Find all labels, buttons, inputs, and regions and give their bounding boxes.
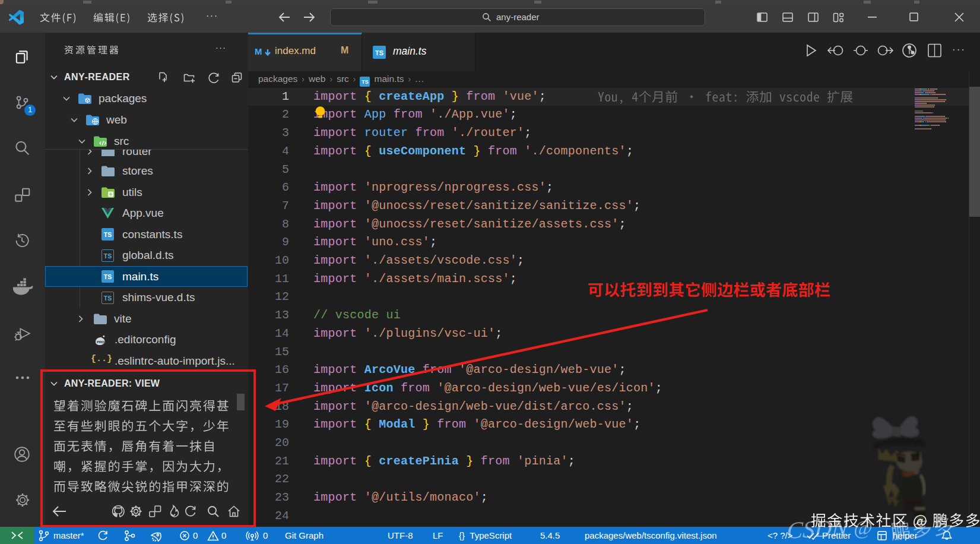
svg-text:M: M bbox=[255, 46, 262, 56]
svg-text:PRO: PRO bbox=[97, 340, 104, 344]
